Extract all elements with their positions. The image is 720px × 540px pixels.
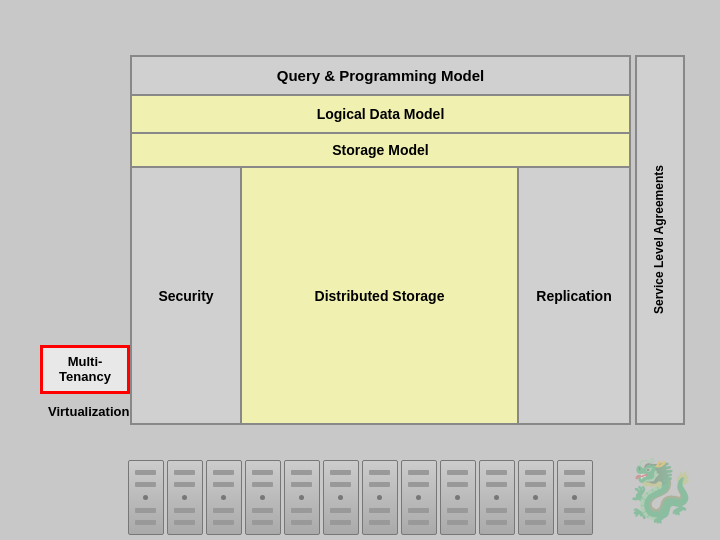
rack-stripe [447, 470, 468, 475]
service-level-agreements-label: Service Level Agreements [635, 55, 685, 425]
dragon-watermark: 🐉 [620, 450, 700, 530]
rack-stripe [525, 508, 546, 513]
rack-dot [143, 495, 148, 500]
replication-cell: Replication [519, 168, 629, 423]
left-labels: Multi-Tenancy Virtualization [35, 55, 130, 425]
security-cell: Security [132, 168, 242, 423]
diagram-wrapper: Multi-Tenancy Virtualization Query & Pro… [35, 55, 685, 425]
server-rack [479, 460, 515, 535]
rack-dot [455, 495, 460, 500]
virtualization-label: Virtualization [40, 398, 130, 425]
rack-stripe [486, 482, 507, 487]
rack-dot [377, 495, 382, 500]
rack-stripe [525, 470, 546, 475]
multi-tenancy-box: Multi-Tenancy [40, 345, 130, 394]
replication-label: Replication [536, 288, 611, 304]
rack-stripe [369, 482, 390, 487]
rack-dot [494, 495, 499, 500]
logical-data-model-label: Logical Data Model [317, 106, 445, 122]
rack-stripe [135, 482, 156, 487]
rack-dot [182, 495, 187, 500]
rack-stripe [291, 508, 312, 513]
distributed-storage-cell: Distributed Storage [242, 168, 519, 423]
rack-stripe [174, 470, 195, 475]
rack-stripe [564, 482, 585, 487]
rack-stripe [564, 520, 585, 525]
rack-stripe [369, 508, 390, 513]
multi-tenancy-label: Multi-Tenancy [59, 354, 111, 385]
rack-stripe [252, 508, 273, 513]
rack-stripe [330, 482, 351, 487]
rack-dot [338, 495, 343, 500]
rack-stripe [486, 470, 507, 475]
rack-dot [533, 495, 538, 500]
rack-stripe [447, 482, 468, 487]
rack-stripe [252, 520, 273, 525]
rack-stripe [213, 508, 234, 513]
servers-row [0, 435, 720, 535]
rack-stripe [135, 520, 156, 525]
server-rack [167, 460, 203, 535]
server-rack [557, 460, 593, 535]
rack-stripe [330, 520, 351, 525]
rack-stripe [330, 470, 351, 475]
server-rack [323, 460, 359, 535]
query-programming-model-label: Query & Programming Model [277, 67, 485, 84]
rack-stripe [486, 520, 507, 525]
rack-stripe [291, 470, 312, 475]
rack-stripe [135, 470, 156, 475]
rack-stripe [174, 520, 195, 525]
bottom-row: Security Distributed Storage Replication [132, 168, 629, 423]
storage-model-label: Storage Model [332, 142, 428, 158]
server-rack [128, 460, 164, 535]
server-rack [206, 460, 242, 535]
rack-stripe [252, 482, 273, 487]
rack-stripe [408, 520, 429, 525]
rack-stripe [330, 508, 351, 513]
rack-dot [260, 495, 265, 500]
rack-stripe [135, 508, 156, 513]
rack-stripe [369, 520, 390, 525]
query-programming-model-row: Query & Programming Model [132, 57, 629, 96]
service-level-text: Service Level Agreements [652, 166, 668, 315]
rack-stripe [408, 508, 429, 513]
rack-stripe [174, 482, 195, 487]
security-label: Security [158, 288, 213, 304]
rack-stripe [213, 482, 234, 487]
rack-stripe [252, 470, 273, 475]
rack-stripe [291, 482, 312, 487]
logical-data-model-row: Logical Data Model [132, 96, 629, 134]
rack-stripe [213, 470, 234, 475]
rack-dot [416, 495, 421, 500]
server-rack [362, 460, 398, 535]
rack-stripe [564, 508, 585, 513]
rack-stripe [486, 508, 507, 513]
rack-stripe [564, 470, 585, 475]
rack-stripe [369, 470, 390, 475]
rack-stripe [213, 520, 234, 525]
server-rack [284, 460, 320, 535]
rack-dot [221, 495, 226, 500]
rack-stripe [525, 482, 546, 487]
distributed-storage-label: Distributed Storage [315, 288, 445, 304]
server-rack [440, 460, 476, 535]
virtualization-text: Virtualization [48, 404, 129, 419]
rack-stripe [408, 482, 429, 487]
rack-stripe [174, 508, 195, 513]
server-rack [245, 460, 281, 535]
storage-model-row: Storage Model [132, 134, 629, 168]
rack-dot [572, 495, 577, 500]
rack-stripe [447, 520, 468, 525]
rack-stripe [408, 470, 429, 475]
rack-dot [299, 495, 304, 500]
rack-stripe [525, 520, 546, 525]
rack-stripe [291, 520, 312, 525]
server-rack [518, 460, 554, 535]
server-rack [401, 460, 437, 535]
rack-stripe [447, 508, 468, 513]
center-content: Query & Programming Model Logical Data M… [130, 55, 631, 425]
